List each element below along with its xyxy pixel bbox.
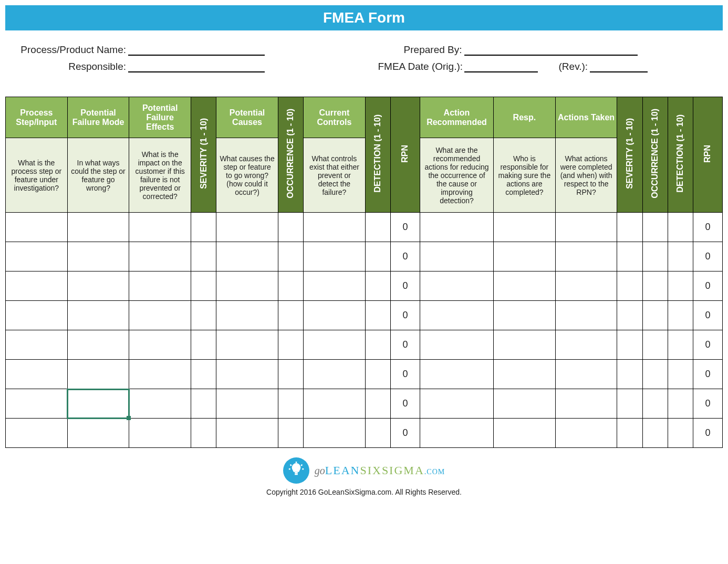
table-cell[interactable]: 0 [693, 389, 722, 419]
table-cell[interactable] [617, 389, 642, 419]
table-cell[interactable] [668, 301, 693, 330]
table-cell[interactable] [617, 242, 642, 271]
table-cell[interactable] [494, 213, 556, 242]
table-cell[interactable] [642, 360, 668, 389]
table-cell[interactable] [555, 242, 617, 271]
table-cell[interactable] [494, 301, 556, 330]
table-cell[interactable] [6, 389, 68, 419]
table-cell[interactable] [216, 389, 278, 419]
table-cell[interactable] [278, 330, 303, 360]
table-cell[interactable] [304, 301, 366, 330]
table-cell[interactable] [304, 419, 366, 448]
table-cell[interactable] [617, 330, 642, 360]
table-cell[interactable] [67, 360, 129, 389]
table-cell[interactable]: 0 [693, 213, 722, 242]
table-cell[interactable] [129, 330, 191, 360]
table-cell[interactable]: 0 [390, 419, 420, 448]
table-cell[interactable] [420, 242, 493, 271]
table-cell[interactable] [420, 330, 493, 360]
input-prepared-by[interactable] [464, 44, 638, 56]
table-cell[interactable] [129, 301, 191, 330]
table-cell[interactable] [668, 271, 693, 301]
table-cell[interactable] [555, 213, 617, 242]
table-cell[interactable] [365, 271, 390, 301]
table-cell[interactable] [129, 419, 191, 448]
table-cell[interactable]: 0 [390, 213, 420, 242]
table-cell[interactable] [6, 271, 68, 301]
table-cell[interactable] [6, 330, 68, 360]
table-cell[interactable] [365, 330, 390, 360]
table-cell[interactable] [191, 271, 216, 301]
table-cell[interactable]: 0 [390, 330, 420, 360]
table-cell[interactable] [494, 330, 556, 360]
table-cell[interactable] [642, 419, 668, 448]
table-cell[interactable] [191, 419, 216, 448]
table-cell[interactable] [191, 213, 216, 242]
table-cell[interactable] [642, 271, 668, 301]
table-cell[interactable] [420, 213, 493, 242]
table-cell[interactable] [278, 213, 303, 242]
table-cell[interactable] [216, 360, 278, 389]
table-cell[interactable] [67, 213, 129, 242]
table-cell[interactable] [555, 389, 617, 419]
table-cell[interactable] [216, 301, 278, 330]
table-cell[interactable] [365, 242, 390, 271]
table-cell[interactable] [216, 419, 278, 448]
table-cell[interactable] [191, 242, 216, 271]
table-cell[interactable] [420, 389, 493, 419]
table-cell[interactable] [668, 242, 693, 271]
table-cell[interactable] [278, 242, 303, 271]
input-rev[interactable] [590, 61, 648, 72]
table-cell[interactable] [365, 360, 390, 389]
table-cell[interactable] [191, 360, 216, 389]
table-cell[interactable] [304, 213, 366, 242]
table-cell[interactable] [642, 389, 668, 419]
table-cell[interactable] [67, 242, 129, 271]
input-responsible[interactable] [128, 61, 265, 72]
table-cell[interactable] [304, 242, 366, 271]
table-cell[interactable] [365, 389, 390, 419]
table-cell[interactable] [494, 419, 556, 448]
input-process-name[interactable] [128, 44, 265, 56]
table-cell[interactable] [6, 360, 68, 389]
table-cell[interactable] [6, 213, 68, 242]
table-cell[interactable] [6, 242, 68, 271]
table-cell[interactable] [555, 360, 617, 389]
table-cell[interactable] [278, 389, 303, 419]
table-cell[interactable]: 0 [390, 389, 420, 419]
table-cell[interactable] [6, 419, 68, 448]
table-cell[interactable] [129, 213, 191, 242]
table-cell[interactable] [420, 301, 493, 330]
table-cell[interactable]: 0 [693, 330, 722, 360]
table-cell[interactable] [668, 419, 693, 448]
table-cell[interactable] [642, 242, 668, 271]
table-cell[interactable] [278, 419, 303, 448]
table-cell[interactable] [129, 271, 191, 301]
table-cell[interactable] [555, 330, 617, 360]
table-cell[interactable]: 0 [693, 271, 722, 301]
table-cell[interactable] [191, 301, 216, 330]
table-cell[interactable] [420, 271, 493, 301]
table-cell[interactable] [642, 330, 668, 360]
table-cell[interactable] [191, 330, 216, 360]
table-cell[interactable]: 0 [390, 242, 420, 271]
table-cell[interactable] [191, 389, 216, 419]
table-cell[interactable] [216, 271, 278, 301]
table-cell[interactable] [555, 301, 617, 330]
table-cell[interactable] [617, 360, 642, 389]
table-cell[interactable] [617, 419, 642, 448]
table-cell[interactable] [668, 330, 693, 360]
table-cell[interactable] [67, 419, 129, 448]
table-cell[interactable] [668, 213, 693, 242]
table-cell[interactable] [494, 389, 556, 419]
table-cell[interactable] [494, 242, 556, 271]
table-cell[interactable] [67, 301, 129, 330]
table-cell[interactable] [494, 360, 556, 389]
table-cell[interactable] [129, 360, 191, 389]
table-cell[interactable] [216, 330, 278, 360]
table-cell[interactable] [617, 213, 642, 242]
table-cell[interactable] [304, 271, 366, 301]
table-cell[interactable] [668, 389, 693, 419]
table-cell[interactable]: 0 [693, 301, 722, 330]
table-cell[interactable]: 0 [390, 271, 420, 301]
